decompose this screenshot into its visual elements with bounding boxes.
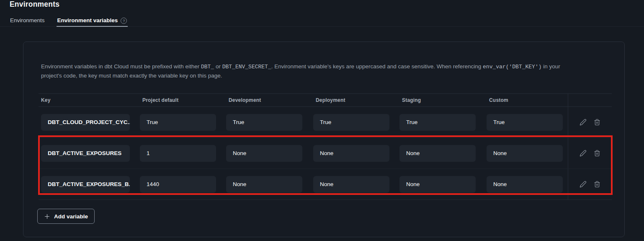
pencil-icon: [580, 181, 587, 188]
env-var-value-pill[interactable]: True: [487, 114, 563, 131]
column-header-deployment: Deployment: [313, 94, 399, 106]
trash-icon: [594, 119, 600, 126]
trash-icon: [594, 150, 600, 157]
description-segment: or: [214, 63, 222, 70]
env-var-value: None: [233, 181, 246, 187]
column-header-staging: Staging: [399, 94, 487, 106]
env-var-value-pill[interactable]: True: [140, 114, 216, 131]
pencil-icon: [580, 150, 587, 157]
table-header-row: Key Project default Development Deployme…: [39, 93, 612, 107]
env-var-value: None: [406, 150, 420, 156]
description-segment: . Environment variable's keys are upperc…: [271, 63, 483, 70]
environment-variables-panel: Environment variables in dbt Cloud must …: [23, 41, 625, 237]
pencil-icon: [580, 119, 587, 126]
env-var-value-pill[interactable]: None: [226, 176, 302, 193]
env-var-value: None: [320, 150, 333, 156]
env-var-value: None: [233, 150, 246, 156]
env-var-value-pill[interactable]: None: [313, 176, 389, 193]
env-var-key-pill: DBT_ACTIVE_EXPOSURES_B...: [41, 176, 130, 193]
code-env-var-example: env_var('DBT_KEY'): [483, 64, 541, 70]
add-variable-button[interactable]: Add variable: [37, 209, 95, 224]
column-header-project-default: Project default: [140, 94, 226, 106]
delete-button[interactable]: [593, 149, 601, 158]
env-var-value: True: [233, 119, 244, 125]
column-header-key: Key: [39, 94, 140, 106]
env-var-value-pill[interactable]: None: [313, 145, 389, 162]
column-header-actions: [568, 94, 612, 106]
env-var-value-pill[interactable]: 1440: [140, 176, 216, 193]
env-var-value: None: [493, 181, 507, 187]
code-dbt-env-secret-prefix: DBT_ENV_SECRET_: [222, 64, 271, 70]
description-text: Environment variables in dbt Cloud must …: [41, 62, 574, 80]
env-var-value: True: [406, 119, 417, 125]
trash-icon: [594, 181, 600, 188]
edit-button[interactable]: [579, 180, 587, 189]
add-variable-label: Add variable: [54, 213, 88, 220]
tab-environment-variables[interactable]: Environment variables ?: [57, 16, 128, 27]
env-var-key: DBT_ACTIVE_EXPOSURES_B...: [48, 181, 130, 187]
tab-bar: Environments Environment variables ?: [0, 16, 644, 27]
tab-label: Environments: [10, 17, 45, 23]
env-var-value-pill[interactable]: None: [399, 145, 476, 162]
env-var-value-pill[interactable]: None: [487, 176, 563, 193]
env-var-value-pill[interactable]: True: [226, 114, 302, 131]
table-row: DBT_ACTIVE_EXPOSURES 1 None None None No…: [39, 138, 612, 169]
page-title: Environments: [10, 0, 59, 9]
table-row: DBT_CLOUD_PROJECT_CYC... True True True …: [39, 107, 612, 138]
env-var-value-pill[interactable]: 1: [140, 145, 216, 162]
table-row: DBT_ACTIVE_EXPOSURES_B... 1440 None None…: [39, 169, 612, 200]
env-var-value-pill[interactable]: None: [487, 145, 563, 162]
description-segment: Environment variables in dbt Cloud must …: [41, 63, 201, 70]
env-var-value: True: [493, 119, 505, 125]
plus-icon: [44, 213, 50, 220]
env-var-value: None: [320, 181, 333, 187]
env-var-value: True: [320, 119, 331, 125]
env-var-value: None: [406, 181, 420, 187]
help-icon[interactable]: ?: [121, 18, 127, 24]
edit-button[interactable]: [579, 118, 587, 127]
env-var-value-pill[interactable]: True: [399, 114, 476, 131]
code-dbt-prefix: DBT_: [201, 64, 214, 70]
env-var-table: Key Project default Development Deployme…: [39, 93, 612, 200]
column-header-custom: Custom: [487, 94, 568, 106]
env-var-value-pill[interactable]: None: [226, 145, 302, 162]
env-var-value: True: [147, 119, 158, 125]
env-var-value: 1440: [147, 181, 159, 187]
env-var-key: DBT_ACTIVE_EXPOSURES: [48, 150, 121, 156]
column-header-development: Development: [226, 94, 313, 106]
env-var-key-pill: DBT_ACTIVE_EXPOSURES: [41, 145, 130, 162]
env-var-value: 1: [147, 150, 150, 156]
env-var-value-pill[interactable]: None: [399, 176, 476, 193]
tab-label: Environment variables: [57, 17, 118, 23]
environments-page: Environments Environments Environment va…: [0, 0, 644, 241]
env-var-value-pill[interactable]: True: [313, 114, 389, 131]
edit-button[interactable]: [579, 149, 587, 158]
delete-button[interactable]: [593, 180, 601, 189]
delete-button[interactable]: [593, 118, 601, 127]
env-var-key-pill: DBT_CLOUD_PROJECT_CYC...: [41, 114, 130, 131]
env-var-value: None: [493, 150, 507, 156]
tab-environments[interactable]: Environments: [9, 16, 46, 26]
env-var-key: DBT_CLOUD_PROJECT_CYC...: [48, 119, 130, 125]
